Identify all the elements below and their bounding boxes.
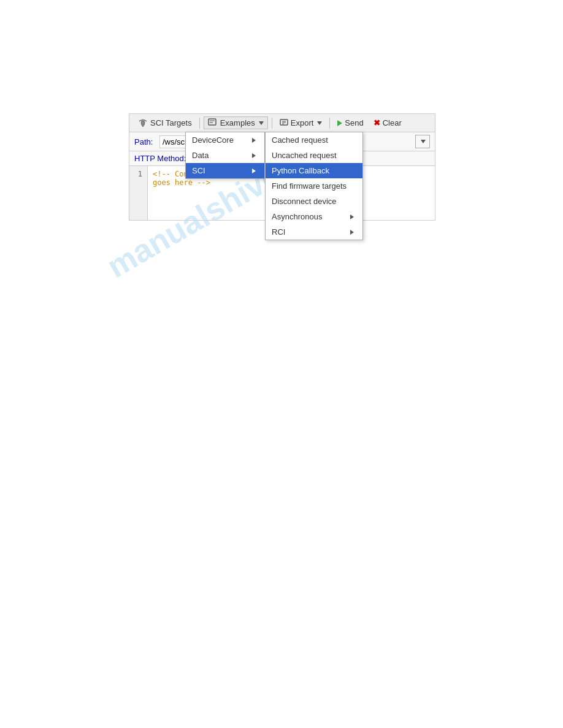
export-button[interactable]: Export <box>276 117 326 129</box>
send-button[interactable]: Send <box>334 117 367 129</box>
asynchronous-label: Asynchronous <box>272 212 322 221</box>
divider2 <box>272 118 272 129</box>
svg-rect-1 <box>209 119 216 125</box>
cached-request-label: Cached request <box>272 135 328 145</box>
sci-rci[interactable]: RCI <box>266 224 362 240</box>
export-label: Export <box>291 118 314 127</box>
examples-arrow-icon <box>259 121 264 125</box>
disconnect-device-label: Disconnect device <box>272 197 337 206</box>
path-label: Path: <box>134 137 156 146</box>
toolbar: SCI Targets Examples <box>129 113 435 132</box>
examples-menu-item-sci[interactable]: SCI <box>186 163 264 178</box>
examples-menu: DeviceCore Data SCI <box>185 132 265 179</box>
sci-arrow-icon <box>252 169 256 173</box>
method-label: HTTP Method: <box>134 154 186 163</box>
code-line2: goes here --> <box>153 178 210 187</box>
sci-python-callback[interactable]: Python Callback <box>266 163 362 178</box>
uncached-request-label: Uncached request <box>272 151 337 160</box>
clear-icon: ✖ <box>373 118 380 127</box>
sci-submenu: Cached request Uncached request Python C… <box>265 132 363 240</box>
send-icon <box>337 120 342 126</box>
export-icon <box>280 118 288 128</box>
examples-menu-item-data[interactable]: Data <box>186 148 264 163</box>
divider3 <box>329 118 330 129</box>
path-dropdown-arrow-icon <box>421 140 426 143</box>
python-callback-label: Python Callback <box>272 166 329 175</box>
sci-asynchronous[interactable]: Asynchronous <box>266 209 362 224</box>
sci-label: SCI <box>192 166 205 175</box>
line-numbers: 1 <box>129 166 148 220</box>
path-dropdown[interactable] <box>415 135 430 148</box>
asynchronous-arrow-icon <box>350 214 354 219</box>
examples-icon <box>208 118 216 127</box>
divider1 <box>199 118 200 129</box>
sci-targets-label: SCI Targets <box>150 118 192 127</box>
examples-button[interactable]: Examples <box>204 116 268 129</box>
sci-targets-icon <box>138 119 148 127</box>
rci-arrow-icon <box>350 230 354 235</box>
rci-label: RCI <box>272 227 285 237</box>
sci-uncached-request[interactable]: Uncached request <box>266 148 362 163</box>
export-arrow-icon <box>317 121 322 125</box>
sci-cached-request[interactable]: Cached request <box>266 132 362 148</box>
clear-label: Clear <box>383 118 402 127</box>
find-firmware-targets-label: Find firmware targets <box>272 181 347 191</box>
data-label: Data <box>192 151 209 160</box>
sci-targets-button[interactable]: SCI Targets <box>134 117 196 129</box>
examples-label: Examples <box>220 118 255 127</box>
sci-disconnect-device[interactable]: Disconnect device <box>266 194 362 209</box>
data-arrow-icon <box>252 153 256 158</box>
clear-button[interactable]: ✖ Clear <box>370 117 405 129</box>
devicecore-label: DeviceCore <box>192 135 234 145</box>
devicecore-arrow-icon <box>252 138 256 143</box>
examples-menu-item-devicecore[interactable]: DeviceCore <box>186 132 264 148</box>
send-label: Send <box>345 118 363 127</box>
sci-find-firmware-targets[interactable]: Find firmware targets <box>266 178 362 194</box>
